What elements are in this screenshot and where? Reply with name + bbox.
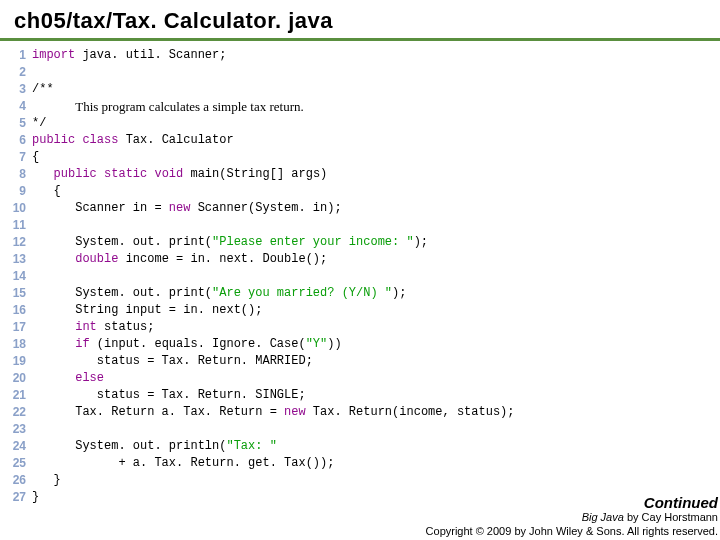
line-number: 21: [0, 387, 26, 404]
code-line: System. out. println("Tax: ": [32, 438, 515, 455]
line-number: 3: [0, 81, 26, 98]
code-line: Scanner in = new Scanner(System. in);: [32, 200, 515, 217]
footer: Continued Big Java by Cay Horstmann Copy…: [426, 496, 718, 538]
code-line: + a. Tax. Return. get. Tax());: [32, 455, 515, 472]
code-line: status = Tax. Return. SINGLE;: [32, 387, 515, 404]
code-line: [32, 268, 515, 285]
line-number: 20: [0, 370, 26, 387]
code-line: This program calculates a simple tax ret…: [32, 98, 515, 115]
page-title: ch05/tax/Tax. Calculator. java: [0, 0, 720, 41]
line-number: 2: [0, 64, 26, 81]
code-line: status = Tax. Return. MARRIED;: [32, 353, 515, 370]
code-line: public class Tax. Calculator: [32, 132, 515, 149]
code-line: System. out. print("Are you married? (Y/…: [32, 285, 515, 302]
code-line: public static void main(String[] args): [32, 166, 515, 183]
line-number: 24: [0, 438, 26, 455]
line-number: 14: [0, 268, 26, 285]
line-number: 1: [0, 47, 26, 64]
code-line: */: [32, 115, 515, 132]
line-number: 16: [0, 302, 26, 319]
line-number: 10: [0, 200, 26, 217]
code-line: String input = in. next();: [32, 302, 515, 319]
line-number: 17: [0, 319, 26, 336]
line-number: 22: [0, 404, 26, 421]
code-line: [32, 64, 515, 81]
line-number-gutter: 1234567891011121314151617181920212223242…: [0, 47, 32, 506]
code-line: System. out. print("Please enter your in…: [32, 234, 515, 251]
code-line: {: [32, 149, 515, 166]
code-line: import java. util. Scanner;: [32, 47, 515, 64]
code-line: Tax. Return a. Tax. Return = new Tax. Re…: [32, 404, 515, 421]
code-line: [32, 217, 515, 234]
code-content: import java. util. Scanner;/** This prog…: [32, 47, 515, 506]
line-number: 4: [0, 98, 26, 115]
line-number: 15: [0, 285, 26, 302]
line-number: 23: [0, 421, 26, 438]
line-number: 25: [0, 455, 26, 472]
line-number: 19: [0, 353, 26, 370]
line-number: 5: [0, 115, 26, 132]
line-number: 6: [0, 132, 26, 149]
footer-line-2: Copyright © 2009 by John Wiley & Sons. A…: [426, 524, 718, 538]
line-number: 27: [0, 489, 26, 506]
code-line: [32, 421, 515, 438]
line-number: 11: [0, 217, 26, 234]
line-number: 13: [0, 251, 26, 268]
line-number: 8: [0, 166, 26, 183]
code-line: else: [32, 370, 515, 387]
footer-line-1: Big Java by Cay Horstmann: [426, 510, 718, 524]
line-number: 7: [0, 149, 26, 166]
line-number: 12: [0, 234, 26, 251]
code-line: double income = in. next. Double();: [32, 251, 515, 268]
code-line: if (input. equals. Ignore. Case("Y")): [32, 336, 515, 353]
code-line: }: [32, 472, 515, 489]
code-line: /**: [32, 81, 515, 98]
code-line: int status;: [32, 319, 515, 336]
line-number: 18: [0, 336, 26, 353]
line-number: 9: [0, 183, 26, 200]
code-block: 1234567891011121314151617181920212223242…: [0, 41, 720, 506]
code-line: {: [32, 183, 515, 200]
line-number: 26: [0, 472, 26, 489]
continued-label: Continued: [426, 496, 718, 510]
